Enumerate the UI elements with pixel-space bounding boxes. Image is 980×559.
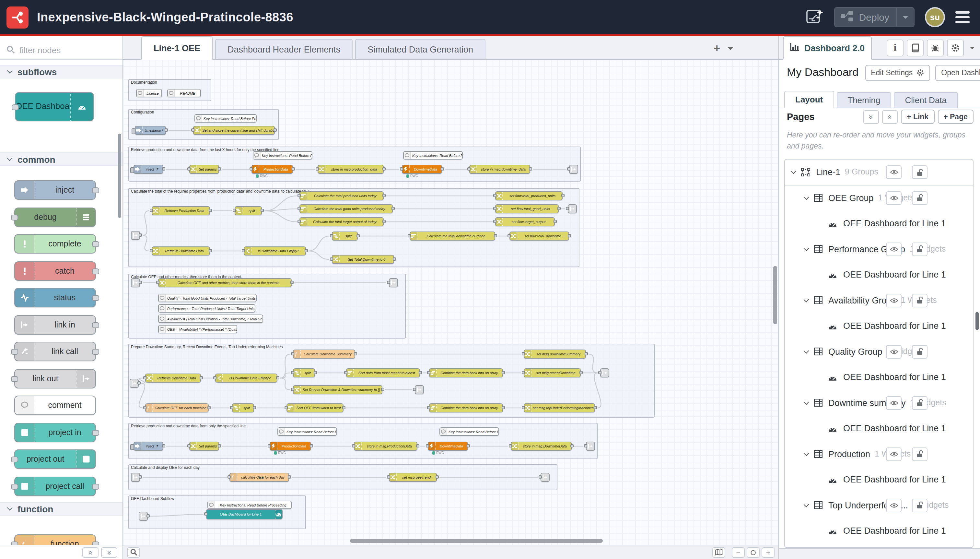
expand-all-button[interactable]: « [882,110,898,124]
node-output-port[interactable] [92,295,99,301]
node-output-port[interactable] [92,430,99,435]
visibility-eye-button[interactable] [886,293,902,307]
inject-button[interactable] [130,444,134,450]
flow-group-G[interactable]: Retrieve production and downtime data fr… [128,423,597,459]
node-input-port[interactable] [249,167,253,170]
tree-group-row[interactable]: OEE Group1 Widgets [785,185,973,211]
node-input-port[interactable] [467,167,470,170]
node-output-port[interactable] [200,376,203,379]
flow-node-i1[interactable]: inject ↺ [134,165,163,174]
flow-node-lo1[interactable] [569,165,578,174]
flow-node-j1[interactable]: Combine the data back into an array. [429,368,503,377]
node-input-port[interactable] [11,456,18,462]
node-input-port[interactable] [508,234,511,237]
flow-node-li2[interactable] [131,278,140,287]
palette-node-link-in[interactable]: link in [14,315,96,334]
unlock-button[interactable] [912,498,927,512]
node-output-port[interactable] [383,220,386,223]
node-output-port[interactable] [292,167,295,170]
node-input-port[interactable] [522,406,525,409]
flow-node-li4[interactable] [131,473,140,482]
chevron-down-icon[interactable] [804,450,809,456]
flow-node-t1[interactable]: timestamp ¹ [135,126,166,135]
flow-node-sp4[interactable]: split [232,404,254,412]
comment-node[interactable]: Key Instructions: Read Before Proceeding [277,427,337,436]
sidebar-scrollbar[interactable] [975,312,979,330]
sidebar-tab-client-data[interactable]: Client Data [894,92,958,108]
palette-node-catch[interactable]: catch [14,261,96,281]
chevron-down-icon[interactable] [791,168,796,174]
node-input-port[interactable] [352,444,355,447]
node-output-port[interactable] [594,406,597,409]
palette-node-debug[interactable]: debug [14,207,96,227]
comment-node[interactable]: README [167,89,201,97]
flow-node-s4[interactable]: store in msg.DowntimeData [511,442,572,451]
flow-node-li1[interactable] [131,231,140,240]
node-output-port[interactable] [92,349,99,355]
ai-assistant-icon[interactable] [806,8,824,26]
node-output-port[interactable] [561,194,564,197]
palette-section-common[interactable]: common [0,152,122,166]
comment-node[interactable]: OEE = (Availability) * (Performance) * (… [158,325,237,333]
settings-gear-button[interactable] [947,39,964,56]
flow-node-lo6[interactable] [586,442,595,451]
main-menu-icon[interactable] [955,12,970,23]
comment-node[interactable]: Performance = Total Produced Units / Tot… [158,304,256,313]
flow-node-i2[interactable]: inject ↺ [134,442,163,451]
node-input-port[interactable] [493,207,497,210]
comment-node[interactable]: Key Instructions: Read Before Proceeding [208,501,292,509]
zoom-in-button[interactable]: + [762,547,775,557]
chevron-down-icon[interactable] [804,245,809,251]
flow-node-st4[interactable]: set flow.total_downtime [510,232,569,241]
node-input-port[interactable] [143,376,147,379]
flow-node-d1[interactable]: ProductionDataRWC [251,165,293,174]
flow-node-so2[interactable]: Sort OEE from worst to best [287,404,343,412]
flow-node-lo2[interactable] [568,204,577,213]
node-output-port[interactable] [165,128,168,131]
flow-group-H[interactable]: Calculate and display OEE for each day. [128,464,558,490]
flow-node-r1[interactable]: Retrieve Production Data [152,206,210,215]
node-output-port[interactable] [276,376,279,379]
palette-node-inject[interactable]: inject [14,180,96,200]
workspace-tab-2[interactable]: Dashboard Header Elements [215,39,353,59]
zoom-reset-button[interactable]: O [747,547,760,557]
node-output-port[interactable] [92,322,99,328]
tree-group-row[interactable]: Downtime summery1 Widgets [785,390,973,416]
flow-node-lo7[interactable] [541,473,549,482]
node-output-port[interactable] [383,194,386,197]
node-output-port[interactable] [310,444,313,447]
chevron-down-icon[interactable] [804,194,809,200]
tree-widget-row[interactable]: OEE Dashboard for Line 1 [785,467,973,493]
unlock-button[interactable] [912,293,927,307]
sidebar-tabs-caret[interactable] [970,46,975,51]
canvas-vertical-scrollbar[interactable] [773,266,777,324]
node-input-port[interactable] [12,104,19,110]
add-link-button[interactable]: + Link [901,109,934,124]
node-output-port[interactable] [354,352,357,355]
flow-node-sw2[interactable]: Is Downtime Data Empty? [215,374,277,383]
node-output-port[interactable] [92,483,99,489]
flow-node-sp1[interactable]: split [234,206,262,215]
node-output-port[interactable] [92,268,99,274]
palette-node-status[interactable]: status [14,288,96,308]
node-output-port[interactable] [162,167,165,170]
visibility-eye-button[interactable] [886,396,902,410]
tree-group-row[interactable]: Availability Group1 Widgets [785,288,973,313]
workspace-tab-3[interactable]: Simulated Data Generation [355,39,485,59]
node-output-port[interactable] [209,208,212,212]
flow-group-C[interactable]: Retrieve production and downtime data fr… [128,147,581,182]
flow-group-B[interactable]: Configuration [128,109,279,140]
node-input-port[interactable] [522,352,525,355]
open-dashboard-button[interactable]: Open Dashboard [935,64,980,81]
node-input-port[interactable] [522,370,525,374]
node-output-port[interactable] [585,352,588,355]
node-output-port[interactable] [253,406,256,409]
palette-section-subflows[interactable]: subflows [0,65,122,78]
tree-widget-row[interactable]: OEE Dashboard for Line 1 [785,416,973,441]
workspace-tab-1[interactable]: Line-1 OEE [141,36,213,60]
node-input-port[interactable] [11,376,18,382]
add-page-button[interactable]: + Page [937,109,973,124]
comment-node[interactable]: Availavity = (Total Shift Duration - Tot… [158,314,263,323]
node-output-port[interactable] [208,406,211,409]
node-input-port[interactable] [11,483,18,489]
